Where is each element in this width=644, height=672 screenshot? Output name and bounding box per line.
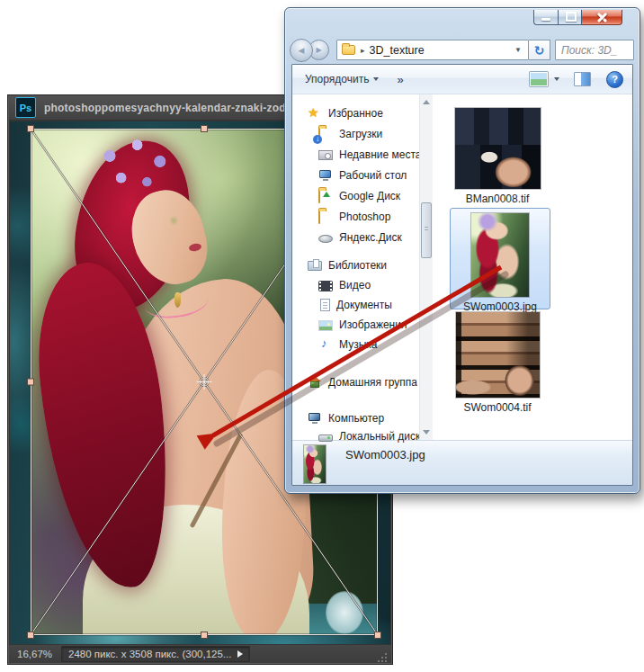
file-name: SWom0004.tif — [434, 401, 560, 414]
sidebar-item-recent-places[interactable]: Недавние места — [292, 144, 433, 165]
sidebar-item-pictures[interactable]: Изображения — [292, 315, 433, 335]
window-caption-buttons — [533, 10, 622, 25]
file-thumbnail — [471, 213, 529, 297]
computer-icon — [308, 412, 322, 425]
address-dropdown-icon[interactable]: ▼ — [514, 46, 523, 54]
help-button[interactable]: ? — [606, 71, 623, 88]
file-thumbnail — [455, 108, 541, 189]
scrollbar-down-arrow[interactable] — [420, 426, 433, 439]
document-icon — [320, 299, 330, 311]
change-view-button[interactable] — [530, 72, 559, 86]
toolbar-overflow-button[interactable]: » — [397, 73, 403, 86]
search-input[interactable]: Поиск: 3D_ — [555, 40, 634, 60]
views-dropdown-icon[interactable] — [554, 77, 559, 81]
photoshop-app-icon: Ps — [15, 97, 36, 118]
folder-icon — [342, 45, 355, 55]
music-note-icon — [318, 338, 333, 351]
sidebar-group-favorites[interactable]: Избранное — [292, 103, 433, 123]
zoom-level-field[interactable]: 16,67% — [17, 649, 52, 659]
chevron-down-icon — [373, 77, 379, 81]
status-expand-arrow-icon[interactable] — [237, 650, 243, 658]
document-dimensions: 2480 пикс. x 3508 пикс. (300,125... — [68, 649, 231, 659]
breadcrumb-path[interactable]: 3D_texture — [370, 44, 425, 57]
sidebar-group-homegroup[interactable]: Домашняя группа — [292, 372, 433, 392]
video-icon — [318, 281, 333, 291]
transform-center-marker — [197, 374, 212, 390]
back-button[interactable]: ◀ — [290, 39, 313, 62]
file-list[interactable]: BMan0008.tif SWom0003.jpg SWom0004.tif — [433, 94, 632, 440]
google-drive-icon — [318, 189, 320, 203]
command-toolbar: Упорядочить » ? — [292, 65, 632, 94]
explorer-content: Упорядочить » ? Избранное Загрузки — [291, 64, 633, 486]
scrollbar-thumb[interactable] — [421, 202, 432, 258]
homegroup-icon — [308, 376, 322, 389]
sidebar-item-desktop[interactable]: Рабочий стол — [292, 165, 433, 185]
downloads-folder-icon — [318, 127, 320, 141]
sidebar-scrollbar[interactable] — [419, 94, 433, 440]
views-icon — [530, 72, 548, 86]
desktop-icon — [318, 169, 333, 182]
organize-button[interactable]: Упорядочить — [301, 70, 382, 88]
star-icon — [308, 107, 322, 120]
sidebar-item-local-disk[interactable]: Локальный диск — [292, 427, 433, 444]
file-item-swom0004[interactable]: SWom0004.tif — [434, 312, 560, 414]
maximize-button[interactable] — [558, 10, 582, 25]
file-item-swom0003-selected[interactable]: SWom0003.jpg — [450, 208, 550, 309]
sidebar-item-video[interactable]: Видео — [292, 275, 433, 295]
file-item-bman0008[interactable]: BMan0008.tif — [434, 108, 560, 205]
resize-grip-icon[interactable] — [377, 651, 389, 663]
navigation-sidebar: Избранное Загрузки Недавние места Рабочи… — [292, 94, 433, 440]
document-info-field[interactable]: 2480 пикс. x 3508 пикс. (300,125... — [61, 646, 250, 662]
close-button[interactable] — [582, 10, 622, 25]
selected-file-thumbnail — [304, 445, 326, 483]
minimize-button[interactable] — [533, 10, 558, 25]
disk-drive-icon — [318, 435, 333, 442]
sidebar-item-google-drive[interactable]: Google Диск — [292, 185, 433, 206]
explorer-window: ◀ ▶ ▸ 3D_texture ▼ ↻ Поиск: 3D_ Упорядоч… — [284, 7, 640, 494]
file-name: BMan0008.tif — [434, 193, 560, 205]
sidebar-item-music[interactable]: Музыка — [292, 335, 433, 354]
sidebar-item-photoshop[interactable]: Photoshop — [292, 206, 433, 227]
breadcrumb-arrow-icon[interactable]: ▸ — [361, 46, 365, 55]
yandex-disk-icon — [318, 235, 333, 243]
sidebar-group-computer[interactable]: Компьютер — [292, 408, 433, 427]
sidebar-group-libraries[interactable]: Библиотеки — [292, 255, 433, 275]
sidebar-item-downloads[interactable]: Загрузки — [292, 123, 433, 144]
file-thumbnail — [456, 312, 540, 398]
refresh-button[interactable]: ↻ — [529, 40, 550, 60]
recent-places-icon — [318, 150, 333, 160]
photoshop-statusbar: 16,67% 2480 пикс. x 3508 пикс. (300,125.… — [9, 645, 391, 663]
address-bar-row: ◀ ▶ ▸ 3D_texture ▼ ↻ Поиск: 3D_ — [290, 38, 634, 62]
preview-pane-button[interactable] — [574, 72, 591, 86]
sidebar-item-documents[interactable]: Документы — [292, 295, 433, 315]
details-pane: SWom0003.jpg — [292, 440, 632, 485]
selected-file-name: SWom0003.jpg — [345, 448, 425, 461]
libraries-icon — [308, 261, 322, 271]
sidebar-item-yandex-disk[interactable]: Яндекс.Диск — [292, 227, 433, 247]
folder-icon — [318, 210, 320, 224]
address-box[interactable]: ▸ 3D_texture ▼ — [336, 40, 529, 60]
scrollbar-up-arrow[interactable] — [420, 95, 433, 109]
search-placeholder: Поиск: 3D_ — [561, 44, 617, 57]
file-name: SWom0003.jpg — [451, 300, 550, 313]
organize-label: Упорядочить — [305, 73, 369, 85]
pictures-icon — [318, 320, 333, 331]
